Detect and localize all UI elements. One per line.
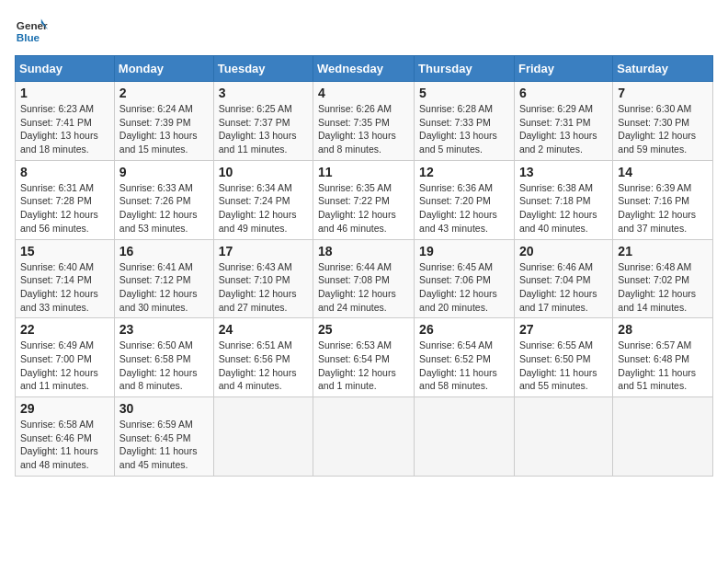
calendar-day: 18Sunrise: 6:44 AM Sunset: 7:08 PM Dayli… — [313, 239, 415, 318]
calendar-day: 25Sunrise: 6:53 AM Sunset: 6:54 PM Dayli… — [313, 318, 415, 397]
calendar-week-2: 8Sunrise: 6:31 AM Sunset: 7:28 PM Daylig… — [16, 160, 713, 239]
day-info: Sunrise: 6:49 AM Sunset: 7:00 PM Dayligh… — [20, 339, 109, 393]
logo-icon: General Blue — [15, 15, 48, 48]
header-cell-monday: Monday — [114, 56, 213, 82]
day-info: Sunrise: 6:30 AM Sunset: 7:30 PM Dayligh… — [618, 102, 708, 156]
day-number: 23 — [119, 322, 209, 337]
calendar-day: 14Sunrise: 6:39 AM Sunset: 7:16 PM Dayli… — [613, 160, 713, 239]
day-info: Sunrise: 6:59 AM Sunset: 6:45 PM Dayligh… — [119, 418, 209, 472]
calendar-day: 12Sunrise: 6:36 AM Sunset: 7:20 PM Dayli… — [415, 160, 515, 239]
calendar-day: 1Sunrise: 6:23 AM Sunset: 7:41 PM Daylig… — [16, 82, 115, 161]
calendar-day: 21Sunrise: 6:48 AM Sunset: 7:02 PM Dayli… — [613, 239, 713, 318]
day-info: Sunrise: 6:29 AM Sunset: 7:31 PM Dayligh… — [519, 102, 608, 156]
calendar-day: 30Sunrise: 6:59 AM Sunset: 6:45 PM Dayli… — [114, 397, 213, 477]
day-number: 29 — [20, 401, 109, 416]
day-number: 2 — [119, 86, 209, 100]
day-info: Sunrise: 6:38 AM Sunset: 7:18 PM Dayligh… — [519, 181, 608, 236]
day-number: 4 — [318, 86, 409, 100]
day-info: Sunrise: 6:51 AM Sunset: 6:56 PM Dayligh… — [219, 339, 308, 393]
calendar-day — [613, 397, 713, 477]
day-info: Sunrise: 6:41 AM Sunset: 7:12 PM Dayligh… — [119, 260, 209, 315]
day-number: 12 — [419, 165, 509, 179]
day-info: Sunrise: 6:55 AM Sunset: 6:50 PM Dayligh… — [519, 339, 608, 393]
day-number: 20 — [519, 244, 608, 259]
day-number: 17 — [219, 244, 308, 259]
calendar-day — [213, 397, 313, 477]
day-info: Sunrise: 6:31 AM Sunset: 7:28 PM Dayligh… — [20, 181, 109, 236]
day-info: Sunrise: 6:46 AM Sunset: 7:04 PM Dayligh… — [519, 260, 608, 315]
day-number: 27 — [519, 322, 608, 337]
calendar-day: 6Sunrise: 6:29 AM Sunset: 7:31 PM Daylig… — [514, 82, 612, 161]
day-number: 8 — [20, 165, 109, 179]
day-number: 22 — [20, 322, 109, 337]
calendar-day: 19Sunrise: 6:45 AM Sunset: 7:06 PM Dayli… — [415, 239, 515, 318]
calendar-day: 26Sunrise: 6:54 AM Sunset: 6:52 PM Dayli… — [415, 318, 515, 397]
day-number: 9 — [119, 165, 209, 179]
day-number: 1 — [20, 86, 109, 100]
calendar-day: 3Sunrise: 6:25 AM Sunset: 7:37 PM Daylig… — [213, 82, 313, 161]
header-cell-saturday: Saturday — [613, 56, 713, 82]
day-number: 15 — [20, 244, 109, 259]
day-number: 21 — [618, 244, 708, 259]
calendar-day — [415, 397, 515, 477]
calendar-day: 23Sunrise: 6:50 AM Sunset: 6:58 PM Dayli… — [114, 318, 213, 397]
calendar-day: 20Sunrise: 6:46 AM Sunset: 7:04 PM Dayli… — [514, 239, 612, 318]
calendar-day: 15Sunrise: 6:40 AM Sunset: 7:14 PM Dayli… — [16, 239, 115, 318]
logo: General Blue — [15, 15, 48, 48]
day-info: Sunrise: 6:39 AM Sunset: 7:16 PM Dayligh… — [618, 181, 708, 236]
day-info: Sunrise: 6:36 AM Sunset: 7:20 PM Dayligh… — [419, 181, 509, 236]
calendar-day: 9Sunrise: 6:33 AM Sunset: 7:26 PM Daylig… — [114, 160, 213, 239]
header-cell-sunday: Sunday — [16, 56, 115, 82]
calendar-day: 28Sunrise: 6:57 AM Sunset: 6:48 PM Dayli… — [613, 318, 713, 397]
day-info: Sunrise: 6:44 AM Sunset: 7:08 PM Dayligh… — [318, 260, 409, 315]
calendar-day: 10Sunrise: 6:34 AM Sunset: 7:24 PM Dayli… — [213, 160, 313, 239]
calendar-day — [313, 397, 415, 477]
day-info: Sunrise: 6:45 AM Sunset: 7:06 PM Dayligh… — [419, 260, 509, 315]
page-header: General Blue — [15, 15, 713, 48]
day-info: Sunrise: 6:34 AM Sunset: 7:24 PM Dayligh… — [219, 181, 308, 236]
calendar-day: 29Sunrise: 6:58 AM Sunset: 6:46 PM Dayli… — [16, 397, 115, 477]
calendar-day: 4Sunrise: 6:26 AM Sunset: 7:35 PM Daylig… — [313, 82, 415, 161]
day-number: 30 — [119, 401, 209, 416]
calendar-day: 11Sunrise: 6:35 AM Sunset: 7:22 PM Dayli… — [313, 160, 415, 239]
day-number: 24 — [219, 322, 308, 337]
day-info: Sunrise: 6:28 AM Sunset: 7:33 PM Dayligh… — [419, 102, 509, 156]
day-info: Sunrise: 6:58 AM Sunset: 6:46 PM Dayligh… — [20, 418, 109, 472]
day-info: Sunrise: 6:53 AM Sunset: 6:54 PM Dayligh… — [318, 339, 409, 393]
calendar-week-1: 1Sunrise: 6:23 AM Sunset: 7:41 PM Daylig… — [16, 82, 713, 161]
day-info: Sunrise: 6:26 AM Sunset: 7:35 PM Dayligh… — [318, 102, 409, 156]
calendar-day — [514, 397, 612, 477]
header-row: SundayMondayTuesdayWednesdayThursdayFrid… — [16, 56, 713, 82]
calendar-day: 16Sunrise: 6:41 AM Sunset: 7:12 PM Dayli… — [114, 239, 213, 318]
day-number: 11 — [318, 165, 409, 179]
day-number: 13 — [519, 165, 608, 179]
day-info: Sunrise: 6:35 AM Sunset: 7:22 PM Dayligh… — [318, 181, 409, 236]
day-info: Sunrise: 6:40 AM Sunset: 7:14 PM Dayligh… — [20, 260, 109, 315]
calendar-day: 2Sunrise: 6:24 AM Sunset: 7:39 PM Daylig… — [114, 82, 213, 161]
calendar-table: SundayMondayTuesdayWednesdayThursdayFrid… — [15, 55, 713, 477]
day-number: 10 — [219, 165, 308, 179]
header-cell-tuesday: Tuesday — [213, 56, 313, 82]
header-cell-thursday: Thursday — [415, 56, 515, 82]
header-cell-friday: Friday — [514, 56, 612, 82]
svg-text:General: General — [17, 19, 48, 31]
day-info: Sunrise: 6:57 AM Sunset: 6:48 PM Dayligh… — [618, 339, 708, 393]
day-number: 26 — [419, 322, 509, 337]
day-info: Sunrise: 6:48 AM Sunset: 7:02 PM Dayligh… — [618, 260, 708, 315]
calendar-day: 5Sunrise: 6:28 AM Sunset: 7:33 PM Daylig… — [415, 82, 515, 161]
calendar-day: 8Sunrise: 6:31 AM Sunset: 7:28 PM Daylig… — [16, 160, 115, 239]
calendar-day: 22Sunrise: 6:49 AM Sunset: 7:00 PM Dayli… — [16, 318, 115, 397]
day-info: Sunrise: 6:50 AM Sunset: 6:58 PM Dayligh… — [119, 339, 209, 393]
calendar-header: SundayMondayTuesdayWednesdayThursdayFrid… — [16, 56, 713, 82]
day-info: Sunrise: 6:24 AM Sunset: 7:39 PM Dayligh… — [119, 102, 209, 156]
day-number: 5 — [419, 86, 509, 100]
calendar-day: 7Sunrise: 6:30 AM Sunset: 7:30 PM Daylig… — [613, 82, 713, 161]
calendar-week-4: 22Sunrise: 6:49 AM Sunset: 7:00 PM Dayli… — [16, 318, 713, 397]
day-info: Sunrise: 6:54 AM Sunset: 6:52 PM Dayligh… — [419, 339, 509, 393]
day-number: 7 — [618, 86, 708, 100]
day-number: 6 — [519, 86, 608, 100]
calendar-week-5: 29Sunrise: 6:58 AM Sunset: 6:46 PM Dayli… — [16, 397, 713, 477]
day-number: 28 — [618, 322, 708, 337]
calendar-day: 24Sunrise: 6:51 AM Sunset: 6:56 PM Dayli… — [213, 318, 313, 397]
calendar-body: 1Sunrise: 6:23 AM Sunset: 7:41 PM Daylig… — [16, 82, 713, 477]
